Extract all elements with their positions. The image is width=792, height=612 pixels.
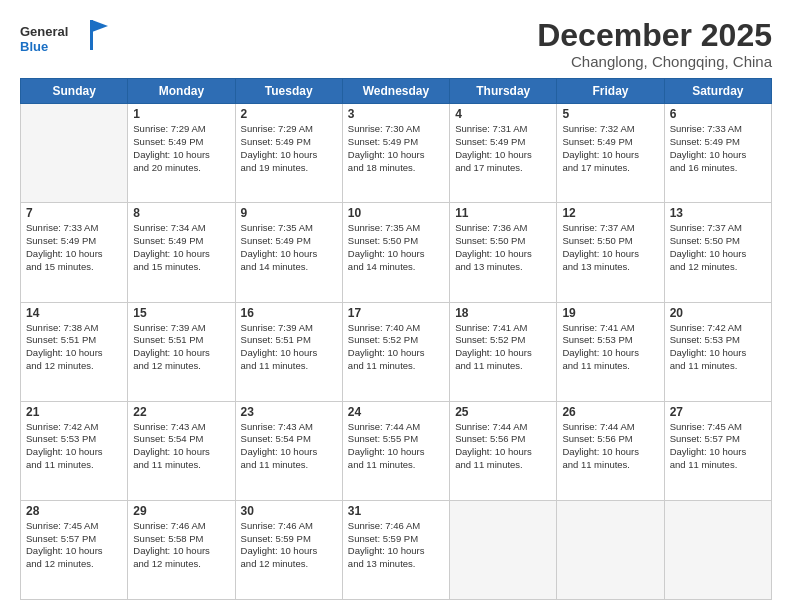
calendar-cell: 21Sunrise: 7:42 AMSunset: 5:53 PMDayligh… [21, 401, 128, 500]
day-number: 25 [455, 405, 551, 419]
day-number: 11 [455, 206, 551, 220]
day-number: 18 [455, 306, 551, 320]
svg-text:Blue: Blue [20, 39, 48, 54]
day-info: Sunrise: 7:31 AMSunset: 5:49 PMDaylight:… [455, 123, 551, 174]
day-info: Sunrise: 7:29 AMSunset: 5:49 PMDaylight:… [133, 123, 229, 174]
calendar-cell: 22Sunrise: 7:43 AMSunset: 5:54 PMDayligh… [128, 401, 235, 500]
calendar-week-row: 14Sunrise: 7:38 AMSunset: 5:51 PMDayligh… [21, 302, 772, 401]
calendar-cell: 19Sunrise: 7:41 AMSunset: 5:53 PMDayligh… [557, 302, 664, 401]
day-info: Sunrise: 7:46 AMSunset: 5:59 PMDaylight:… [241, 520, 337, 571]
day-number: 22 [133, 405, 229, 419]
day-info: Sunrise: 7:38 AMSunset: 5:51 PMDaylight:… [26, 322, 122, 373]
logo: General Blue [20, 18, 110, 62]
day-number: 1 [133, 107, 229, 121]
day-info: Sunrise: 7:46 AMSunset: 5:58 PMDaylight:… [133, 520, 229, 571]
calendar-page: General Blue December 2025 Changlong, Ch… [0, 0, 792, 612]
calendar-cell: 27Sunrise: 7:45 AMSunset: 5:57 PMDayligh… [664, 401, 771, 500]
day-info: Sunrise: 7:41 AMSunset: 5:52 PMDaylight:… [455, 322, 551, 373]
day-info: Sunrise: 7:42 AMSunset: 5:53 PMDaylight:… [670, 322, 766, 373]
day-info: Sunrise: 7:44 AMSunset: 5:55 PMDaylight:… [348, 421, 444, 472]
calendar-cell: 8Sunrise: 7:34 AMSunset: 5:49 PMDaylight… [128, 203, 235, 302]
day-number: 28 [26, 504, 122, 518]
calendar-cell: 26Sunrise: 7:44 AMSunset: 5:56 PMDayligh… [557, 401, 664, 500]
calendar-cell: 23Sunrise: 7:43 AMSunset: 5:54 PMDayligh… [235, 401, 342, 500]
weekday-header-cell: Friday [557, 79, 664, 104]
day-info: Sunrise: 7:30 AMSunset: 5:49 PMDaylight:… [348, 123, 444, 174]
calendar-cell: 20Sunrise: 7:42 AMSunset: 5:53 PMDayligh… [664, 302, 771, 401]
calendar-cell: 17Sunrise: 7:40 AMSunset: 5:52 PMDayligh… [342, 302, 449, 401]
calendar-cell: 12Sunrise: 7:37 AMSunset: 5:50 PMDayligh… [557, 203, 664, 302]
day-number: 12 [562, 206, 658, 220]
calendar-week-row: 1Sunrise: 7:29 AMSunset: 5:49 PMDaylight… [21, 104, 772, 203]
day-info: Sunrise: 7:32 AMSunset: 5:49 PMDaylight:… [562, 123, 658, 174]
day-info: Sunrise: 7:34 AMSunset: 5:49 PMDaylight:… [133, 222, 229, 273]
weekday-header-cell: Tuesday [235, 79, 342, 104]
weekday-header-cell: Thursday [450, 79, 557, 104]
day-number: 27 [670, 405, 766, 419]
calendar-cell [664, 500, 771, 599]
day-number: 19 [562, 306, 658, 320]
calendar-cell: 1Sunrise: 7:29 AMSunset: 5:49 PMDaylight… [128, 104, 235, 203]
calendar-cell [21, 104, 128, 203]
calendar-body: 1Sunrise: 7:29 AMSunset: 5:49 PMDaylight… [21, 104, 772, 600]
day-info: Sunrise: 7:43 AMSunset: 5:54 PMDaylight:… [241, 421, 337, 472]
calendar-cell: 29Sunrise: 7:46 AMSunset: 5:58 PMDayligh… [128, 500, 235, 599]
day-info: Sunrise: 7:42 AMSunset: 5:53 PMDaylight:… [26, 421, 122, 472]
calendar-cell: 15Sunrise: 7:39 AMSunset: 5:51 PMDayligh… [128, 302, 235, 401]
calendar-cell: 30Sunrise: 7:46 AMSunset: 5:59 PMDayligh… [235, 500, 342, 599]
day-number: 13 [670, 206, 766, 220]
day-info: Sunrise: 7:33 AMSunset: 5:49 PMDaylight:… [670, 123, 766, 174]
day-number: 20 [670, 306, 766, 320]
title-block: December 2025 Changlong, Chongqing, Chin… [537, 18, 772, 70]
calendar-cell: 28Sunrise: 7:45 AMSunset: 5:57 PMDayligh… [21, 500, 128, 599]
calendar-cell [557, 500, 664, 599]
svg-rect-3 [90, 20, 93, 50]
day-number: 21 [26, 405, 122, 419]
month-title: December 2025 [537, 18, 772, 53]
calendar-cell: 7Sunrise: 7:33 AMSunset: 5:49 PMDaylight… [21, 203, 128, 302]
day-number: 6 [670, 107, 766, 121]
day-info: Sunrise: 7:33 AMSunset: 5:49 PMDaylight:… [26, 222, 122, 273]
calendar-cell: 2Sunrise: 7:29 AMSunset: 5:49 PMDaylight… [235, 104, 342, 203]
day-number: 5 [562, 107, 658, 121]
calendar-cell: 14Sunrise: 7:38 AMSunset: 5:51 PMDayligh… [21, 302, 128, 401]
svg-marker-2 [92, 20, 108, 32]
logo-text: General Blue [20, 18, 110, 62]
day-info: Sunrise: 7:41 AMSunset: 5:53 PMDaylight:… [562, 322, 658, 373]
calendar-cell: 31Sunrise: 7:46 AMSunset: 5:59 PMDayligh… [342, 500, 449, 599]
day-number: 10 [348, 206, 444, 220]
calendar-table: SundayMondayTuesdayWednesdayThursdayFrid… [20, 78, 772, 600]
day-info: Sunrise: 7:37 AMSunset: 5:50 PMDaylight:… [670, 222, 766, 273]
day-info: Sunrise: 7:46 AMSunset: 5:59 PMDaylight:… [348, 520, 444, 571]
day-info: Sunrise: 7:36 AMSunset: 5:50 PMDaylight:… [455, 222, 551, 273]
weekday-header-cell: Wednesday [342, 79, 449, 104]
day-info: Sunrise: 7:29 AMSunset: 5:49 PMDaylight:… [241, 123, 337, 174]
day-number: 26 [562, 405, 658, 419]
day-number: 23 [241, 405, 337, 419]
day-number: 8 [133, 206, 229, 220]
day-number: 2 [241, 107, 337, 121]
day-number: 30 [241, 504, 337, 518]
calendar-week-row: 21Sunrise: 7:42 AMSunset: 5:53 PMDayligh… [21, 401, 772, 500]
calendar-cell: 18Sunrise: 7:41 AMSunset: 5:52 PMDayligh… [450, 302, 557, 401]
calendar-cell: 25Sunrise: 7:44 AMSunset: 5:56 PMDayligh… [450, 401, 557, 500]
calendar-week-row: 7Sunrise: 7:33 AMSunset: 5:49 PMDaylight… [21, 203, 772, 302]
calendar-cell: 10Sunrise: 7:35 AMSunset: 5:50 PMDayligh… [342, 203, 449, 302]
day-info: Sunrise: 7:40 AMSunset: 5:52 PMDaylight:… [348, 322, 444, 373]
weekday-header-row: SundayMondayTuesdayWednesdayThursdayFrid… [21, 79, 772, 104]
location-subtitle: Changlong, Chongqing, China [537, 53, 772, 70]
day-number: 7 [26, 206, 122, 220]
day-number: 16 [241, 306, 337, 320]
calendar-cell: 13Sunrise: 7:37 AMSunset: 5:50 PMDayligh… [664, 203, 771, 302]
weekday-header-cell: Saturday [664, 79, 771, 104]
calendar-cell: 5Sunrise: 7:32 AMSunset: 5:49 PMDaylight… [557, 104, 664, 203]
day-number: 29 [133, 504, 229, 518]
day-info: Sunrise: 7:35 AMSunset: 5:49 PMDaylight:… [241, 222, 337, 273]
calendar-week-row: 28Sunrise: 7:45 AMSunset: 5:57 PMDayligh… [21, 500, 772, 599]
day-info: Sunrise: 7:37 AMSunset: 5:50 PMDaylight:… [562, 222, 658, 273]
header: General Blue December 2025 Changlong, Ch… [20, 18, 772, 70]
calendar-cell [450, 500, 557, 599]
calendar-cell: 24Sunrise: 7:44 AMSunset: 5:55 PMDayligh… [342, 401, 449, 500]
calendar-cell: 11Sunrise: 7:36 AMSunset: 5:50 PMDayligh… [450, 203, 557, 302]
day-info: Sunrise: 7:44 AMSunset: 5:56 PMDaylight:… [562, 421, 658, 472]
